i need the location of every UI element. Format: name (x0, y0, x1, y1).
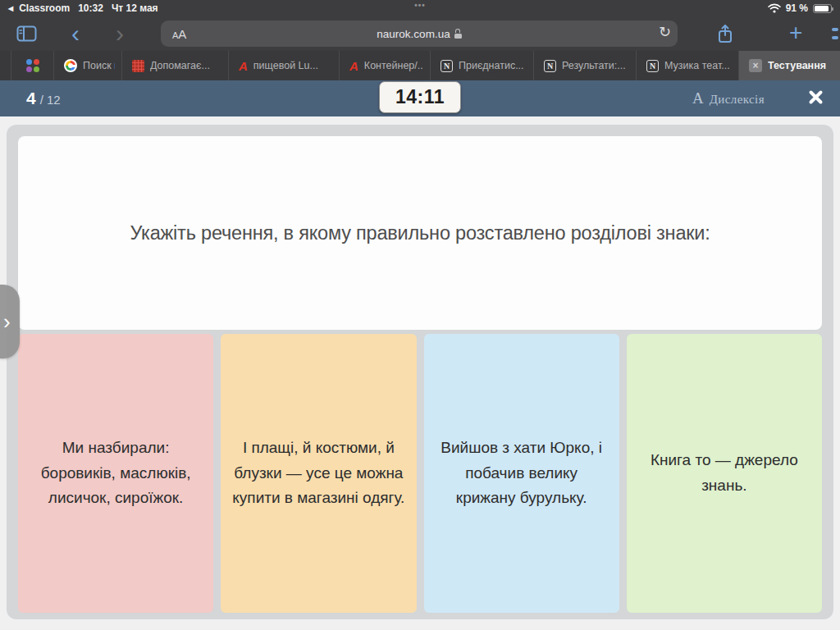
dyslexia-font-icon: А (692, 89, 704, 107)
wifi-icon (768, 3, 781, 13)
new-tab-button[interactable]: + (789, 20, 802, 48)
question-total: / 12 (40, 93, 61, 107)
battery-percent: 91 % (786, 2, 808, 14)
dyslexia-toggle-button[interactable]: А Дислексія (692, 89, 765, 107)
notion-favicon: N (544, 60, 556, 72)
share-button[interactable] (717, 24, 733, 44)
answer-option-1[interactable]: Ми назбирали: боровиків, маслюків, лисич… (18, 334, 213, 613)
browser-chrome: ◀ Classroom 10:32 Чт 12 мая ••• 91 % (0, 0, 840, 51)
question-number: 4 (26, 89, 36, 108)
browser-tab-partial[interactable] (0, 51, 11, 80)
close-icon (808, 89, 824, 105)
browser-tab-konteyner[interactable]: A Контейнер/... (339, 51, 430, 80)
browser-tab-priednatis[interactable]: N Приєднатис... (430, 51, 533, 80)
forward-button[interactable]: › (112, 21, 127, 46)
browser-tab-pishchevoy[interactable]: A пищевой Lu... (228, 51, 339, 80)
battery-icon (813, 4, 832, 13)
chevron-right-icon: › (3, 311, 11, 332)
question-card: Укажіть речення, в якому правильно розст… (18, 136, 822, 330)
app-dots-favicon (26, 59, 39, 72)
notion-favicon: N (646, 60, 659, 72)
side-drawer-handle[interactable]: › (0, 285, 20, 358)
back-button[interactable]: ‹ (68, 21, 83, 46)
answer-option-4[interactable]: Книга то — джерело знань. (627, 334, 822, 613)
tab-bar: Поиск в Допомагає... A пищевой Lu... A К… (0, 51, 840, 80)
tab-label: Музика теат... (664, 60, 730, 71)
aliexpress-favicon: A (239, 59, 248, 73)
reader-options-button[interactable]: АА (161, 27, 198, 41)
browser-tab-muzika[interactable]: N Музика теат... (636, 51, 738, 80)
tab-label: пищевой Lu... (253, 60, 318, 71)
browser-tab-rezultati[interactable]: N Результати:... (533, 51, 636, 80)
tab-label: Контейнер/... (364, 60, 423, 71)
red-grid-favicon (132, 60, 144, 72)
status-date: Чт 12 мая (112, 2, 158, 14)
url-text: naurok.com.ua (377, 28, 450, 40)
back-to-app-icon: ◀ (8, 5, 13, 12)
tab-overview-button[interactable] (832, 26, 840, 42)
timer: 14:11 (379, 81, 461, 113)
tab-close-button[interactable]: × (749, 59, 762, 72)
address-bar[interactable]: АА naurok.com.ua ↻ (161, 21, 678, 47)
tab-label: Результати:... (562, 60, 626, 71)
timer-value: 14:11 (395, 86, 445, 108)
browser-tab-dopomagae[interactable]: Допомагає... (121, 51, 228, 80)
back-to-app-link[interactable]: Classroom (19, 2, 70, 14)
status-bar: ◀ Classroom 10:32 Чт 12 мая ••• 91 % (0, 0, 840, 16)
browser-tab-app[interactable] (11, 51, 53, 80)
google-favicon (64, 59, 77, 72)
browser-tab-search[interactable]: Поиск в (53, 51, 121, 80)
lock-icon (454, 32, 462, 39)
tab-label: Допомагає... (150, 60, 210, 71)
quiz-panel: Укажіть речення, в якому правильно розст… (7, 125, 833, 619)
status-time: 10:32 (78, 2, 103, 14)
safari-toolbar: ‹ › АА naurok.com.ua ↻ + (0, 16, 840, 51)
question-text: Укажіть речення, в якому правильно розст… (105, 222, 734, 244)
quiz-header: 4 / 12 14:11 А Дислексія (0, 80, 840, 116)
notion-favicon: N (441, 60, 453, 72)
quiz-close-button[interactable] (808, 89, 824, 107)
answers-row: Ми назбирали: боровиків, маслюків, лисич… (18, 334, 822, 613)
answer-option-3[interactable]: Вийшов з хати Юрко, і побачив велику кри… (424, 334, 619, 613)
tab-label: Поиск в (83, 60, 115, 71)
reload-button[interactable]: ↻ (659, 23, 671, 40)
sidebar-toggle-button[interactable] (16, 25, 37, 42)
browser-tab-testuvannya-active[interactable]: × Тестування (738, 51, 840, 80)
aliexpress-favicon: A (349, 59, 358, 73)
multitask-grabber-icon: ••• (414, 1, 426, 10)
tab-label: Тестування (768, 60, 826, 71)
answer-option-2[interactable]: І плащі, й костюми, й блузки — усе це мо… (221, 334, 416, 613)
quiz-content: Укажіть речення, в якому правильно розст… (0, 116, 840, 630)
tab-label: Приєднатис... (459, 60, 524, 71)
question-progress: 4 / 12 (26, 89, 61, 108)
